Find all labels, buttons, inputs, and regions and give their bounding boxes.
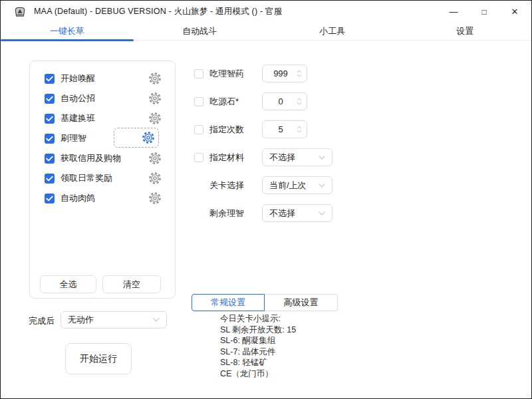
medicine-value: 999 — [273, 68, 288, 78]
gear-icon[interactable] — [148, 172, 162, 185]
times-label: 指定次数 — [209, 124, 244, 136]
spinner-arrows-icon[interactable] — [297, 70, 302, 77]
checkbox-fight[interactable] — [45, 134, 55, 144]
checkbox-award[interactable] — [45, 174, 55, 184]
tips-line: 今日关卡小提示: — [220, 313, 296, 325]
checkbox-base[interactable] — [45, 114, 55, 124]
start-run-button[interactable]: 开始运行 — [65, 343, 132, 374]
spinner-arrows-icon[interactable] — [297, 98, 302, 105]
tab-advanced-settings[interactable]: 高级设置 — [265, 294, 338, 311]
tips-line: SL-8: 轻锰矿 — [220, 357, 296, 368]
stage-label: 关卡选择 — [209, 180, 244, 192]
clear-button[interactable]: 清空 — [102, 275, 161, 293]
chevron-down-icon — [318, 183, 326, 188]
chevron-down-icon — [152, 317, 160, 323]
stone-value: 0 — [278, 96, 283, 106]
tab-general-settings[interactable]: 常规设置 — [192, 294, 265, 311]
stage-row: 关卡选择 当前/上次 — [194, 176, 337, 194]
task-label: 领取日常奖励 — [61, 172, 148, 184]
checkbox-times[interactable] — [194, 125, 203, 134]
task-label: 获取信用及购物 — [61, 152, 148, 164]
task-row-wakeup: 开始唤醒 — [45, 69, 162, 88]
remain-label: 剩余理智 — [209, 207, 244, 219]
select-all-button[interactable]: 全选 — [40, 275, 96, 293]
material-label: 指定材料 — [209, 152, 244, 164]
tips-line: CE（龙门币） — [220, 368, 296, 380]
task-row-award: 领取日常奖励 — [45, 169, 162, 188]
material-row: 指定材料 不选择 — [194, 148, 337, 166]
stone-row: 吃源石* 0 — [194, 92, 337, 110]
app-icon — [14, 6, 26, 18]
checkbox-material[interactable] — [194, 153, 203, 162]
task-row-recruit: 自动公招 — [45, 89, 162, 108]
gear-icon[interactable] — [148, 152, 162, 165]
gear-icon[interactable] — [148, 92, 162, 105]
task-label: 自动肉鸽 — [61, 192, 148, 204]
medicine-label: 吃理智药 — [209, 68, 244, 80]
medicine-row: 吃理智药 999 — [194, 65, 337, 82]
remain-dropdown[interactable]: 不选择 — [262, 204, 332, 222]
nav-tabbar: 一键长草 自动战斗 小工具 设置 — [1, 23, 531, 41]
gear-icon[interactable] — [148, 192, 162, 205]
stone-spinner[interactable]: 0 — [262, 92, 307, 110]
checkbox-roguelike[interactable] — [45, 194, 55, 203]
chevron-down-icon — [318, 155, 326, 160]
spinner-arrows-icon[interactable] — [297, 126, 302, 133]
task-row-base: 基建换班 — [45, 109, 162, 128]
gear-icon[interactable] — [148, 112, 162, 125]
checkbox-mall[interactable] — [45, 154, 55, 164]
gear-icon[interactable] — [148, 72, 162, 85]
settings-subtabs: 常规设置 高级设置 — [192, 294, 338, 311]
task-row-fight: 刷理智 — [45, 129, 162, 148]
task-label: 基建换班 — [61, 112, 148, 124]
tab-settings[interactable]: 设置 — [399, 23, 532, 40]
tab-toolbox[interactable]: 小工具 — [266, 23, 399, 40]
remain-value: 不选择 — [269, 207, 295, 219]
material-dropdown[interactable]: 不选择 — [262, 148, 332, 166]
times-row: 指定次数 5 — [194, 120, 337, 138]
maximize-button[interactable]: □ — [469, 1, 499, 23]
task-list-panel: 开始唤醒 自动公招 基建换班 刷理智 获取信用及购物 领取 — [29, 61, 176, 299]
checkbox-recruit[interactable] — [45, 94, 55, 104]
gear-icon[interactable] — [142, 131, 155, 144]
after-finish-label: 完成后 — [29, 315, 55, 327]
times-value: 5 — [278, 124, 283, 134]
stone-label: 吃源石* — [209, 96, 239, 108]
window-title: MAA (Default) - DEBUG VERSION - 火山旅梦 - 通… — [34, 6, 282, 17]
gear-focus-outline — [114, 128, 159, 148]
tips-line: SL 剩余开放天数: 15 — [220, 325, 296, 336]
task-label: 开始唤醒 — [61, 72, 148, 84]
checkbox-stone[interactable] — [194, 97, 203, 106]
task-label: 自动公招 — [61, 92, 148, 104]
window-controls: — □ ✕ — [438, 1, 530, 23]
close-button[interactable]: ✕ — [499, 1, 530, 23]
main-window: MAA (Default) - DEBUG VERSION - 火山旅梦 - 通… — [0, 0, 532, 399]
task-row-mall: 获取信用及购物 — [45, 149, 162, 168]
chevron-down-icon — [318, 211, 326, 216]
tips-line: SL-6: 酮凝集组 — [220, 335, 296, 346]
stage-value: 当前/上次 — [269, 180, 307, 192]
remain-row: 剩余理智 不选择 — [194, 204, 337, 222]
times-spinner[interactable]: 5 — [262, 120, 307, 138]
after-finish-dropdown[interactable]: 无动作 — [61, 311, 167, 329]
task-row-roguelike: 自动肉鸽 — [45, 189, 162, 207]
material-value: 不选择 — [269, 152, 295, 164]
checkbox-medicine[interactable] — [194, 69, 203, 78]
stage-dropdown[interactable]: 当前/上次 — [262, 176, 332, 194]
tab-copilot[interactable]: 自动战斗 — [134, 23, 267, 40]
after-finish-value: 无动作 — [68, 314, 94, 326]
stage-tips: 今日关卡小提示: SL 剩余开放天数: 15 SL-6: 酮凝集组 SL-7: … — [220, 313, 296, 379]
tab-farming[interactable]: 一键长草 — [1, 23, 134, 40]
titlebar: MAA (Default) - DEBUG VERSION - 火山旅梦 - 通… — [1, 1, 531, 23]
checkbox-wakeup[interactable] — [45, 74, 55, 84]
medicine-spinner[interactable]: 999 — [262, 65, 307, 82]
tips-line: SL-7: 晶体元件 — [220, 346, 296, 358]
minimize-button[interactable]: — — [438, 1, 469, 23]
